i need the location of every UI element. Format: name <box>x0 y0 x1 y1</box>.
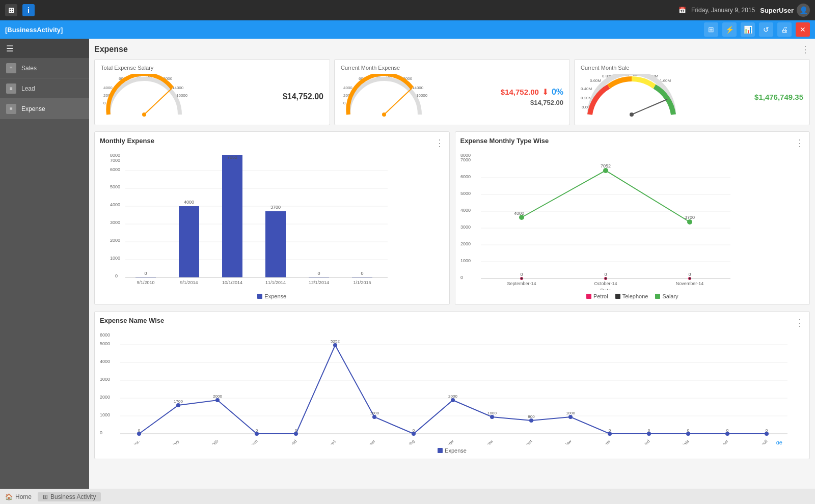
gauge-current-month: 0 2000 4000 6000 8000 10000 12000 14000 … <box>341 74 427 120</box>
sidebar-item-sales[interactable]: ≡ Sales <box>0 58 89 78</box>
svg-text:2000: 2000 <box>110 238 120 243</box>
svg-text:11/1/2014: 11/1/2014 <box>265 280 286 285</box>
svg-text:9/1/2014: 9/1/2014 <box>180 280 198 285</box>
main-layout: ☰ ≡ Sales ≡ Lead ≡ Expense Expense ⋮ Tot… <box>0 39 815 489</box>
svg-text:0: 0 <box>317 271 320 276</box>
sidebar-header: ☰ <box>0 39 89 58</box>
svg-text:6000: 6000 <box>100 332 110 338</box>
hamburger-icon[interactable]: ☰ <box>6 44 13 53</box>
svg-text:did: did <box>291 439 298 444</box>
legend-expense-name-label: Expense <box>445 447 467 454</box>
legend-expense-dot <box>257 294 262 299</box>
expense-type-wise-chart: Expense Monthly Type Wise ⋮ 0 1000 2000 … <box>455 131 810 305</box>
top-bar: ⊞ i 📅 Friday, January 9, 2015 SuperUser … <box>0 0 815 20</box>
svg-text:0: 0 <box>103 101 106 105</box>
svg-text:8000: 8000 <box>110 153 120 158</box>
window-btn-2[interactable]: ⚡ <box>722 22 737 37</box>
svg-text:yeaser: yeaser <box>717 439 729 444</box>
sidebar-item-label-lead: Lead <box>21 85 35 92</box>
svg-point-128 <box>490 415 494 419</box>
legend-petrol-label: Petrol <box>593 293 608 299</box>
svg-point-130 <box>568 415 573 419</box>
expense-name-wise-menu[interactable]: ⋮ <box>795 317 804 328</box>
svg-text:5000: 5000 <box>100 341 110 346</box>
expense-type-legend: Petrol Telephone Salary <box>460 293 805 299</box>
current-month-expense-value-row: $14,752.00 ⬇ 0% <box>501 87 563 97</box>
monthly-expense-header: Monthly Expense ⋮ <box>100 137 444 149</box>
svg-text:1000: 1000 <box>110 256 120 261</box>
expense-icon: ≡ <box>6 104 16 114</box>
lead-icon: ≡ <box>6 83 16 94</box>
page-title: [BusinessActivity] <box>5 26 63 34</box>
charts-row-1: Monthly Expense ⋮ 0 1000 2000 3000 4000 … <box>94 131 810 305</box>
legend-telephone: Telephone <box>615 293 648 299</box>
svg-text:6000: 6000 <box>460 174 471 179</box>
svg-text:0.40M: 0.40M <box>581 87 592 91</box>
svg-text:3700: 3700 <box>270 205 281 210</box>
svg-point-21 <box>382 113 386 117</box>
svg-text:800: 800 <box>528 414 535 419</box>
svg-text:6000: 6000 <box>110 167 120 172</box>
monthly-expense-menu[interactable]: ⋮ <box>435 137 444 149</box>
app-icon-info[interactable]: i <box>22 4 35 16</box>
expense-section-menu[interactable]: ⋮ <box>801 44 810 55</box>
title-bar-actions: ⊞ ⚡ 📊 ↺ 🖨 ✕ <box>704 22 810 37</box>
svg-text:0: 0 <box>413 428 415 433</box>
svg-text:0: 0 <box>460 275 463 280</box>
svg-text:10/1/2014: 10/1/2014 <box>222 280 242 285</box>
expense-type-title: Expense Monthly Type Wise <box>460 137 549 145</box>
business-activity-label: Business Activity <box>50 493 96 500</box>
svg-text:4000: 4000 <box>100 359 110 364</box>
svg-text:September-14: September-14 <box>507 281 536 286</box>
svg-text:5000: 5000 <box>110 184 120 189</box>
home-btn[interactable]: 🏠 Home <box>5 493 32 500</box>
svg-point-99 <box>605 277 607 279</box>
window-btn-3[interactable]: 📊 <box>741 22 755 37</box>
expense-name-wise-legend: Expense <box>100 447 804 454</box>
window-btn-5[interactable]: 🖨 <box>777 22 792 37</box>
svg-text:0: 0 <box>144 271 147 276</box>
expense-type-menu[interactable]: ⋮ <box>795 137 804 149</box>
monthly-expense-legend: Expense <box>100 293 444 299</box>
svg-text:user1 data: user1 data <box>673 439 690 444</box>
svg-point-88 <box>687 219 692 225</box>
user-avatar[interactable]: 👤 <box>797 4 810 17</box>
user-info: SuperUser 👤 <box>760 4 810 17</box>
business-activity-tab[interactable]: ⊞ Business Activity <box>38 492 101 501</box>
svg-text:IdeasInc.: IdeasInc. <box>126 439 141 444</box>
down-arrow-icon: ⬇ <box>542 87 549 97</box>
top-bar-left: ⊞ i <box>5 4 35 16</box>
svg-point-32 <box>630 113 634 117</box>
svg-point-100 <box>689 277 691 279</box>
expense-name-wise-title: Expense Name Wise <box>100 317 164 324</box>
svg-text:16000: 16000 <box>176 93 187 98</box>
sidebar-item-expense[interactable]: ≡ Expense <box>0 99 89 119</box>
svg-text:7000: 7000 <box>460 157 471 162</box>
top-bar-right: 📅 Friday, January 9, 2015 SuperUser 👤 <box>678 4 810 17</box>
svg-point-120 <box>176 403 180 407</box>
window-btn-1[interactable]: ⊞ <box>704 22 718 37</box>
svg-text:4000: 4000 <box>460 208 471 213</box>
window-btn-4[interactable]: ↺ <box>759 22 773 37</box>
app-icon-grid[interactable]: ⊞ <box>5 4 17 16</box>
expense-type-svg: 0 1000 2000 3000 4000 5000 6000 7000 800… <box>460 153 736 290</box>
svg-text:1700: 1700 <box>174 399 183 404</box>
svg-text:5000: 5000 <box>460 191 471 196</box>
window-close-btn[interactable]: ✕ <box>796 22 810 37</box>
legend-expense-name: Expense <box>438 447 467 454</box>
svg-text:3700: 3700 <box>684 215 694 220</box>
svg-text:null: null <box>760 439 768 444</box>
svg-line-9 <box>144 88 172 115</box>
gauge-total-salary: 0 2000 4000 6000 8000 10000 12000 14000 … <box>101 74 187 120</box>
svg-text:2000: 2000 <box>460 241 471 246</box>
svg-text:16000: 16000 <box>416 93 427 98</box>
svg-text:8000: 8000 <box>460 153 471 158</box>
svg-text:0.60M: 0.60M <box>590 78 602 83</box>
svg-point-125 <box>372 415 376 419</box>
sidebar-item-lead[interactable]: ≡ Lead <box>0 78 89 99</box>
legend-petrol: Petrol <box>586 293 608 299</box>
svg-text:0: 0 <box>766 428 768 433</box>
svg-text:resqw: resqw <box>444 439 455 444</box>
svg-text:0: 0 <box>726 428 729 433</box>
monthly-expense-title: Monthly Expense <box>100 137 154 145</box>
